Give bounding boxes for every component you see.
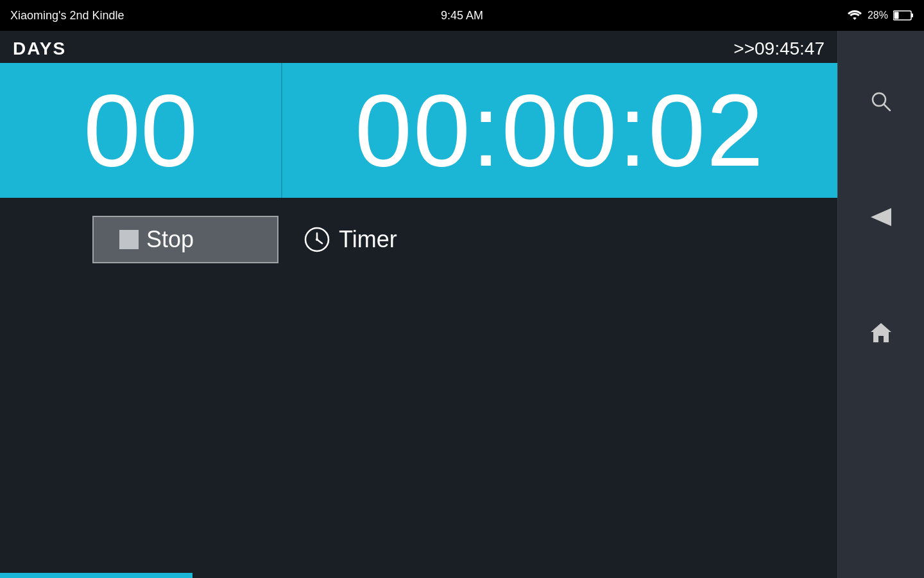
days-panel: 00 [0,63,282,198]
time-panel: 00:00:02 [282,63,837,198]
svg-marker-10 [871,323,891,342]
svg-rect-2 [894,12,899,19]
back-icon [871,208,891,226]
home-icon [870,322,892,344]
timer-label: Timer [339,226,397,253]
status-bar: Xiaoming's 2nd Kindle 9:45 AM 28% [0,0,924,31]
battery-icon [893,10,914,21]
svg-line-8 [884,105,890,110]
controls-row: Stop Timer [0,198,837,281]
stop-button[interactable]: Stop [92,216,278,263]
status-right-icons: 28% [847,10,914,21]
search-icon [870,91,892,112]
stop-icon [119,230,139,249]
status-time: 9:45 AM [441,9,483,22]
right-sidebar [837,31,924,578]
days-value: 00 [83,79,198,182]
time-value: 00:00:02 [355,79,765,182]
current-time: >>09:45:47 [733,39,825,59]
stop-label: Stop [146,226,194,253]
search-button[interactable] [838,69,925,134]
svg-point-6 [316,238,318,241]
clock-icon [304,227,330,252]
wifi-icon [847,10,862,21]
bottom-accent-bar [0,573,193,578]
main-content: DAYS >>09:45:47 00 00:00:02 Stop [0,31,837,578]
header-row: DAYS >>09:45:47 [0,31,837,63]
days-label: DAYS [13,39,66,59]
stopwatch-display: 00 00:00:02 [0,63,837,198]
svg-marker-9 [871,208,891,226]
timer-button[interactable]: Timer [304,226,397,253]
device-name: Xiaoming's 2nd Kindle [10,9,124,22]
battery-percent: 28% [868,10,888,21]
svg-rect-1 [911,13,913,17]
svg-point-7 [873,93,886,106]
home-button[interactable] [838,301,925,365]
back-button[interactable] [838,185,925,249]
